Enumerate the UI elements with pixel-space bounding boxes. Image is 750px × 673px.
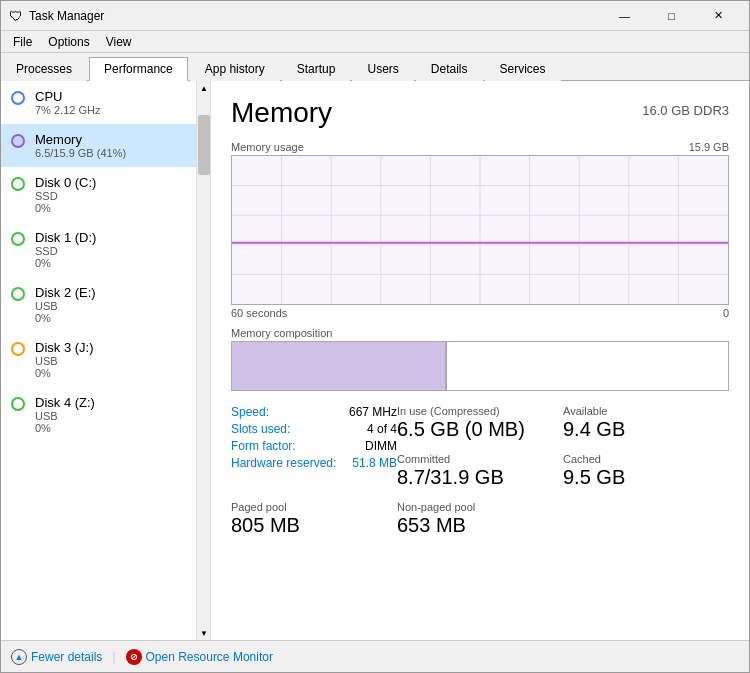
menu-options[interactable]: Options xyxy=(40,33,97,51)
speed-label: Speed: xyxy=(231,405,269,419)
non-paged-pool-value: 653 MB xyxy=(397,514,563,537)
stat-in-use: In use (Compressed) 6.5 GB (0 MB) xyxy=(397,405,563,441)
disk2-label: Disk 2 (E:) xyxy=(35,285,200,300)
fewer-details-button[interactable]: ▲ Fewer details xyxy=(11,649,102,665)
committed-label: Committed xyxy=(397,453,563,465)
menu-view[interactable]: View xyxy=(98,33,140,51)
disk4-indicator xyxy=(11,397,25,411)
main-header: Memory 16.0 GB DDR3 xyxy=(231,97,729,129)
speed-row: Speed: 667 MHz xyxy=(231,405,397,419)
scroll-thumb[interactable] xyxy=(198,115,210,175)
cpu-label: CPU xyxy=(35,89,200,104)
tab-details[interactable]: Details xyxy=(416,57,483,81)
disk3-indicator xyxy=(11,342,25,356)
slots-label: Slots used: xyxy=(231,422,290,436)
sidebar: CPU 7% 2.12 GHz Memory 6.5/15.9 GB (41%)… xyxy=(1,81,211,640)
app-icon: 🛡 xyxy=(9,8,23,24)
disk0-indicator xyxy=(11,177,25,191)
sidebar-item-memory[interactable]: Memory 6.5/15.9 GB (41%) xyxy=(1,124,210,167)
close-button[interactable]: ✕ xyxy=(696,6,741,26)
disk1-indicator xyxy=(11,232,25,246)
maximize-button[interactable]: □ xyxy=(649,6,694,26)
stat-cached: Cached 9.5 GB xyxy=(563,453,729,489)
disk0-info: Disk 0 (C:) SSD 0% xyxy=(35,175,200,214)
tab-services[interactable]: Services xyxy=(485,57,561,81)
sidebar-item-disk3[interactable]: Disk 3 (J:) USB 0% xyxy=(1,332,210,387)
form-row: Form factor: DIMM xyxy=(231,439,397,453)
sidebar-item-disk0[interactable]: Disk 0 (C:) SSD 0% xyxy=(1,167,210,222)
committed-value: 8.7/31.9 GB xyxy=(397,466,563,489)
disk0-type: SSD xyxy=(35,190,200,202)
cpu-usage: 7% 2.12 GHz xyxy=(35,104,200,116)
comp-used xyxy=(232,342,445,390)
menu-bar: File Options View xyxy=(1,31,749,53)
chart-time-right: 0 xyxy=(723,307,729,319)
cpu-info: CPU 7% 2.12 GHz xyxy=(35,89,200,116)
disk0-usage: 0% xyxy=(35,202,200,214)
chart-label-text: Memory usage xyxy=(231,141,304,153)
scroll-up-arrow[interactable]: ▲ xyxy=(197,81,211,95)
in-use-value: 6.5 GB (0 MB) xyxy=(397,418,563,441)
chart-svg xyxy=(232,156,728,304)
right-stats-block: Speed: 667 MHz Slots used: 4 of 4 Form f… xyxy=(231,405,397,489)
non-paged-pool-label: Non-paged pool xyxy=(397,501,563,513)
disk4-info: Disk 4 (Z:) USB 0% xyxy=(35,395,200,434)
form-label: Form factor: xyxy=(231,439,296,453)
chart-label-row: Memory usage 15.9 GB xyxy=(231,141,729,153)
sidebar-item-disk4[interactable]: Disk 4 (Z:) USB 0% xyxy=(1,387,210,442)
tab-performance[interactable]: Performance xyxy=(89,57,188,81)
chart-time-left: 60 seconds xyxy=(231,307,287,319)
memory-usage-chart xyxy=(231,155,729,305)
sidebar-item-disk1[interactable]: Disk 1 (D:) SSD 0% xyxy=(1,222,210,277)
disk3-type: USB xyxy=(35,355,200,367)
tab-startup[interactable]: Startup xyxy=(282,57,351,81)
fewer-details-icon: ▲ xyxy=(11,649,27,665)
disk2-info: Disk 2 (E:) USB 0% xyxy=(35,285,200,324)
memory-indicator xyxy=(11,134,25,148)
disk1-label: Disk 1 (D:) xyxy=(35,230,200,245)
title-bar: 🛡 Task Manager — □ ✕ xyxy=(1,1,749,31)
separator: | xyxy=(112,650,115,664)
tab-bar: Processes Performance App history Startu… xyxy=(1,53,749,81)
paged-pool-label: Paged pool xyxy=(231,501,397,513)
resource-monitor-label: Open Resource Monitor xyxy=(146,650,273,664)
disk0-label: Disk 0 (C:) xyxy=(35,175,200,190)
tab-processes[interactable]: Processes xyxy=(1,57,87,81)
disk1-usage: 0% xyxy=(35,257,200,269)
cached-label: Cached xyxy=(563,453,729,465)
open-resource-monitor-button[interactable]: ⊘ Open Resource Monitor xyxy=(126,649,273,665)
tab-app-history[interactable]: App history xyxy=(190,57,280,81)
tab-users[interactable]: Users xyxy=(352,57,413,81)
task-manager-window: 🛡 Task Manager — □ ✕ File Options View P… xyxy=(0,0,750,673)
resource-monitor-icon: ⊘ xyxy=(126,649,142,665)
disk1-info: Disk 1 (D:) SSD 0% xyxy=(35,230,200,269)
cpu-indicator xyxy=(11,91,25,105)
title-bar-left: 🛡 Task Manager xyxy=(9,8,104,24)
stats-grid: In use (Compressed) 6.5 GB (0 MB) Availa… xyxy=(231,405,729,537)
window-title: Task Manager xyxy=(29,9,104,23)
sidebar-scrollbar[interactable]: ▲ ▼ xyxy=(196,81,210,640)
speed-value: 667 MHz xyxy=(349,405,397,419)
disk1-type: SSD xyxy=(35,245,200,257)
sidebar-item-cpu[interactable]: CPU 7% 2.12 GHz xyxy=(1,81,210,124)
menu-file[interactable]: File xyxy=(5,33,40,51)
main-spec: 16.0 GB DDR3 xyxy=(642,103,729,118)
composition-label: Memory composition xyxy=(231,327,729,339)
disk2-indicator xyxy=(11,287,25,301)
memory-usage-section: Memory usage 15.9 GB xyxy=(231,141,729,319)
content-area: CPU 7% 2.12 GHz Memory 6.5/15.9 GB (41%)… xyxy=(1,81,749,640)
memory-info: Memory 6.5/15.9 GB (41%) xyxy=(35,132,200,159)
minimize-button[interactable]: — xyxy=(602,6,647,26)
fewer-details-label: Fewer details xyxy=(31,650,102,664)
scroll-down-arrow[interactable]: ▼ xyxy=(197,626,211,640)
slots-row: Slots used: 4 of 4 xyxy=(231,422,397,436)
disk2-type: USB xyxy=(35,300,200,312)
main-panel: Memory 16.0 GB DDR3 Memory usage 15.9 GB xyxy=(211,81,749,640)
slots-value: 4 of 4 xyxy=(367,422,397,436)
composition-section: Memory composition xyxy=(231,327,729,391)
sidebar-item-disk2[interactable]: Disk 2 (E:) USB 0% xyxy=(1,277,210,332)
hw-reserved-label: Hardware reserved: xyxy=(231,456,336,470)
disk3-info: Disk 3 (J:) USB 0% xyxy=(35,340,200,379)
memory-label: Memory xyxy=(35,132,200,147)
comp-free xyxy=(447,342,728,390)
